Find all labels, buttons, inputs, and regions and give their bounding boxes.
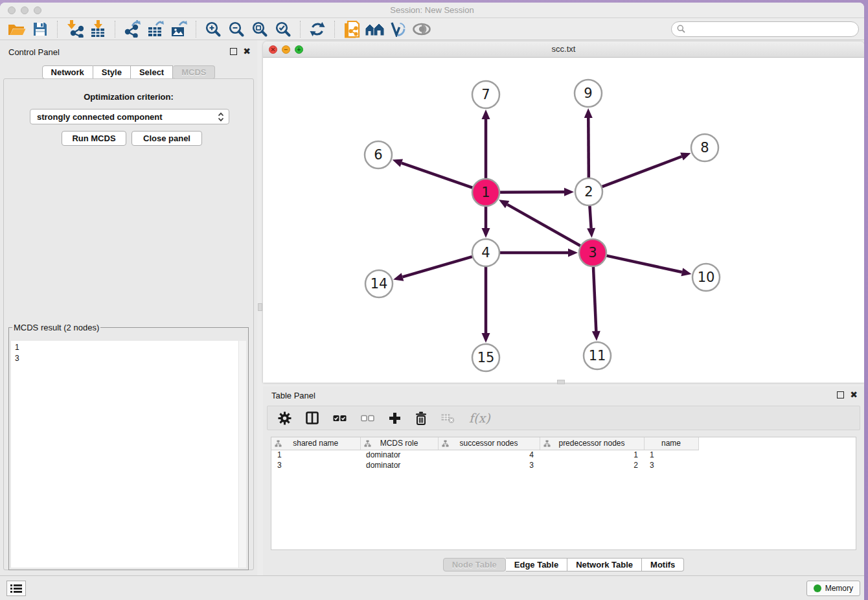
column-header-MCDS-role[interactable]: MCDS role	[360, 437, 438, 450]
tab-mcds[interactable]: MCDS	[173, 65, 215, 79]
export-table-button[interactable]	[144, 19, 167, 39]
close-panel-icon[interactable]: ✖	[243, 48, 251, 55]
tab-select[interactable]: Select	[131, 65, 173, 79]
table-cell[interactable]: 1	[271, 450, 360, 460]
save-session-button[interactable]	[29, 19, 52, 39]
graph-edge-2-9[interactable]	[584, 108, 593, 178]
graph-edge-3-11[interactable]	[592, 267, 600, 341]
vizmapper-button[interactable]	[387, 19, 410, 39]
window-traffic-lights[interactable]	[8, 6, 41, 14]
graph-edge-2-3[interactable]	[587, 206, 595, 238]
titlebar: Session: New Session	[0, 3, 864, 18]
table-row[interactable]: 1dominator411	[271, 450, 698, 460]
column-header-shared-name[interactable]: shared name	[271, 437, 360, 450]
table-cell[interactable]: 3	[644, 460, 698, 470]
column-header-predecessor-nodes[interactable]: predecessor nodes	[540, 437, 644, 450]
deselect-all-button[interactable]	[361, 415, 374, 422]
add-column-button[interactable]	[389, 412, 401, 424]
close-panel-button[interactable]: Close panel	[131, 131, 202, 146]
zoom-window-button[interactable]	[34, 6, 41, 14]
tab-network[interactable]: Network	[42, 65, 93, 79]
zoom-selected-button[interactable]	[271, 19, 295, 39]
table-cell[interactable]: dominator	[360, 450, 438, 460]
new-network-from-selection-button[interactable]	[340, 19, 363, 39]
graph-node-3[interactable]: 3	[579, 239, 606, 266]
graph-node-2[interactable]: 2	[575, 178, 602, 205]
table-settings-button[interactable]	[278, 411, 291, 425]
cybrowser-home-button[interactable]	[363, 19, 387, 39]
svg-text:1: 1	[481, 185, 490, 200]
network-canvas[interactable]: 7968124314101511	[263, 58, 864, 382]
horizontal-splitter-handle[interactable]	[557, 380, 565, 384]
graph-edge-2-8[interactable]	[602, 152, 691, 187]
graph-edge-1-2[interactable]	[500, 188, 574, 196]
graph-node-6[interactable]: 6	[365, 141, 392, 168]
graph-node-7[interactable]: 7	[472, 81, 499, 108]
table-cell[interactable]: 2	[540, 460, 644, 470]
import-table-button[interactable]	[86, 19, 109, 39]
toolbar-separator	[196, 21, 196, 38]
table-cell[interactable]: 3	[438, 460, 540, 470]
zoom-fit-button[interactable]	[248, 19, 271, 39]
float-table-panel-icon[interactable]	[837, 391, 844, 398]
graph-node-10[interactable]: 10	[692, 264, 720, 291]
graph-node-9[interactable]: 9	[575, 80, 602, 107]
zoom-out-button[interactable]	[225, 19, 248, 39]
tab-node-table[interactable]: Node Table	[443, 558, 506, 571]
open-session-button[interactable]	[5, 19, 29, 39]
float-panel-icon[interactable]	[230, 48, 237, 55]
export-image-button[interactable]	[167, 19, 190, 39]
network-minimize-button[interactable]: −	[282, 45, 290, 54]
tab-motifs[interactable]: Motifs	[642, 558, 684, 571]
column-header-name[interactable]: name	[644, 437, 698, 450]
vertical-splitter-handle[interactable]	[258, 303, 262, 311]
show-log-console-button[interactable]	[6, 581, 26, 596]
table-cell[interactable]: 4	[438, 450, 540, 460]
graph-node-11[interactable]: 11	[584, 342, 611, 369]
graph-edge-3-10[interactable]	[606, 256, 691, 277]
close-window-button[interactable]	[8, 6, 16, 14]
show-columns-button[interactable]	[306, 411, 319, 424]
mcds-result-area[interactable]: 13	[11, 341, 246, 568]
table-cell[interactable]: 1	[540, 450, 644, 460]
hide-panel-button[interactable]	[410, 19, 433, 39]
graph-edge-1-7[interactable]	[482, 110, 490, 178]
network-window-titlebar[interactable]: ✕ − + scc.txt	[263, 41, 864, 58]
column-header-successor-nodes[interactable]: successor nodes	[438, 437, 540, 450]
graph-edge-4-14[interactable]	[393, 257, 472, 281]
zoom-in-button[interactable]	[201, 19, 225, 39]
graph-edge-4-3[interactable]	[500, 249, 578, 257]
tab-style[interactable]: Style	[93, 65, 131, 79]
apply-layout-button[interactable]	[306, 19, 329, 39]
optimization-criterion-select[interactable]: strongly connected component	[30, 109, 229, 124]
import-network-button[interactable]	[63, 19, 86, 39]
search-input[interactable]	[689, 25, 853, 34]
result-scrollbar[interactable]	[238, 341, 246, 568]
network-close-button[interactable]: ✕	[269, 45, 277, 54]
delete-column-button[interactable]	[415, 411, 427, 425]
graph-node-8[interactable]: 8	[691, 134, 718, 161]
run-mcds-button[interactable]: Run MCDS	[62, 131, 126, 146]
graph-node-14[interactable]: 14	[365, 270, 393, 297]
table-row[interactable]: 3dominator323	[271, 460, 698, 470]
network-maximize-button[interactable]: +	[295, 45, 303, 54]
export-network-button[interactable]	[120, 19, 144, 39]
search-field[interactable]	[671, 21, 859, 37]
graph-node-4[interactable]: 4	[472, 239, 499, 266]
tab-edge-table[interactable]: Edge Table	[506, 558, 567, 571]
minimize-window-button[interactable]	[21, 6, 29, 14]
table-cell[interactable]: 3	[271, 460, 360, 470]
table-cell[interactable]: 1	[644, 450, 698, 460]
graph-edge-1-4[interactable]	[482, 207, 490, 238]
close-table-panel-icon[interactable]: ✖	[850, 391, 858, 398]
tab-network-table[interactable]: Network Table	[567, 558, 642, 571]
table-cell[interactable]: dominator	[360, 460, 438, 470]
graph-edge-3-1[interactable]	[499, 200, 580, 246]
graph-node-15[interactable]: 15	[472, 344, 499, 371]
graph-edge-4-15[interactable]	[482, 267, 490, 343]
graph-node-1[interactable]: 1	[472, 179, 499, 206]
select-all-button[interactable]	[333, 415, 347, 422]
graph-edge-1-6[interactable]	[393, 159, 473, 187]
memory-button[interactable]: Memory	[806, 581, 860, 596]
toolbar-separator	[334, 21, 335, 38]
